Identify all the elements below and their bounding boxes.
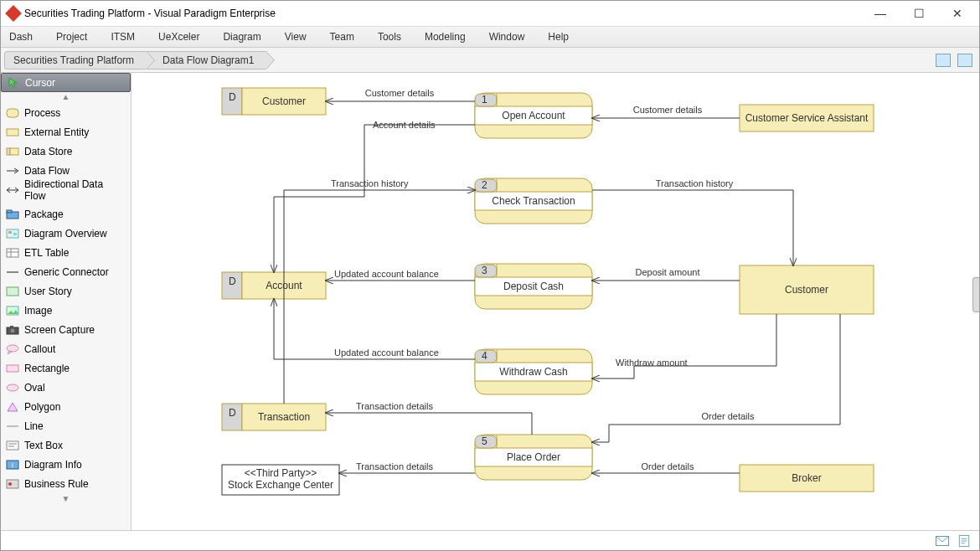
svg-text:i: i	[12, 461, 13, 469]
process-icon	[6, 107, 19, 119]
minimize-button[interactable]: —	[869, 7, 892, 20]
diagram-canvas[interactable]: D Customer D Account D Transaction	[132, 73, 979, 530]
external-broker[interactable]: Broker	[740, 465, 874, 492]
side-panel-handle[interactable]	[972, 277, 979, 312]
flow-transaction-details-1[interactable]	[326, 413, 532, 435]
collapse-up-icon[interactable]: ▲	[1, 92, 131, 104]
menu-itsm[interactable]: ITSM	[111, 31, 135, 43]
svg-rect-15	[7, 287, 18, 296]
app-icon	[5, 5, 22, 22]
svg-text:Order details: Order details	[702, 411, 755, 421]
svg-text:1: 1	[482, 94, 487, 106]
maximize-button[interactable]: ☐	[907, 7, 931, 20]
palette-bidi-data-flow[interactable]: Bidirectional Data Flow	[1, 181, 131, 200]
palette-label: Data Store	[24, 146, 72, 157]
svg-text:Withdraw amount: Withdraw amount	[616, 358, 688, 368]
toolbar-icon[interactable]	[957, 54, 972, 67]
palette-label: Screen Capture	[24, 324, 95, 336]
palette-label: Process	[24, 107, 60, 119]
svg-text:3: 3	[482, 265, 487, 276]
info-icon: i	[6, 459, 19, 471]
data-store-transaction[interactable]: D Transaction	[222, 404, 326, 430]
breadcrumb: Securities Trading Platform Data Flow Di…	[1, 48, 979, 73]
menu-team[interactable]: Team	[330, 31, 354, 43]
palette-process[interactable]: Process	[1, 104, 131, 123]
palette-callout[interactable]: Callout	[1, 340, 131, 359]
menu-view[interactable]: View	[285, 31, 307, 43]
palette-label: Package	[24, 209, 64, 220]
svg-rect-10	[13, 233, 17, 235]
process-deposit-cash[interactable]: 3 Deposit Cash	[475, 264, 592, 309]
svg-point-23	[7, 384, 18, 391]
menu-project[interactable]: Project	[56, 31, 87, 43]
palette-polygon[interactable]: Polygon	[1, 398, 131, 417]
menu-help[interactable]: Help	[548, 31, 569, 43]
process-withdraw-cash[interactable]: 4 Withdraw Cash	[475, 349, 592, 394]
menu-diagram[interactable]: Diagram	[223, 31, 260, 43]
palette-external-entity[interactable]: External Entity	[1, 123, 131, 142]
breadcrumb-item[interactable]: Securities Trading Platform	[4, 51, 147, 70]
menu-uexceler[interactable]: UeXceler	[158, 31, 199, 43]
palette-diagram-info[interactable]: i Diagram Info	[1, 456, 131, 475]
svg-text:Transaction: Transaction	[258, 411, 310, 423]
palette-etl-table[interactable]: ETL Table	[1, 244, 131, 263]
flow-account-details[interactable]	[274, 125, 475, 272]
process-open-account[interactable]: 1 Open Account	[475, 93, 592, 138]
mail-icon[interactable]	[936, 535, 949, 547]
flow-transaction-history-2[interactable]	[592, 190, 793, 265]
palette-label: External Entity	[24, 126, 89, 138]
svg-text:Account details: Account details	[373, 120, 436, 130]
breadcrumb-item[interactable]: Data Flow Diagram1	[147, 51, 266, 70]
palette-business-rule[interactable]: Business Rule	[1, 475, 131, 494]
data-store-customer[interactable]: D Customer	[222, 88, 326, 115]
palette-label: Data Flow	[24, 165, 70, 177]
external-customer[interactable]: Customer	[740, 265, 874, 314]
menu-modeling[interactable]: Modeling	[425, 31, 466, 43]
third-party-stock-exchange[interactable]: <<Third Party>> Stock Exchange Center	[222, 465, 339, 495]
svg-rect-11	[7, 249, 18, 257]
palette-user-story[interactable]: User Story	[1, 282, 131, 301]
palette-rectangle[interactable]: Rectangle	[1, 359, 131, 378]
palette-text-box[interactable]: Text Box	[1, 436, 131, 456]
svg-text:Check Transaction: Check Transaction	[492, 195, 575, 207]
palette-label: Callout	[24, 343, 55, 355]
palette-image[interactable]: Image	[1, 301, 131, 321]
menu-bar: Dash Project ITSM UeXceler Diagram View …	[1, 26, 979, 48]
process-place-order[interactable]: 5 Place Order	[475, 435, 592, 480]
external-customer-service-assistant[interactable]: Customer Service Assistant	[740, 105, 874, 131]
svg-text:Customer details: Customer details	[633, 105, 703, 115]
palette-data-store[interactable]: Data Store	[1, 142, 131, 162]
svg-text:Open Account: Open Account	[502, 110, 565, 121]
data-store-account[interactable]: D Account	[222, 272, 326, 299]
palette-line[interactable]: Line	[1, 417, 131, 436]
tool-palette: Cursor ▲ Process External Entity Data St…	[1, 73, 132, 530]
menu-window[interactable]: Window	[489, 31, 525, 43]
menu-tools[interactable]: Tools	[378, 31, 401, 43]
svg-text:D: D	[229, 276, 236, 287]
process-check-transaction[interactable]: 2 Check Transaction	[475, 178, 592, 224]
textbox-icon	[6, 440, 19, 451]
collapse-down-icon[interactable]: ▼	[1, 494, 131, 506]
svg-text:Customer details: Customer details	[365, 88, 435, 98]
svg-text:Transaction history: Transaction history	[656, 178, 734, 188]
external-entity-icon	[6, 126, 19, 138]
menu-dash[interactable]: Dash	[9, 31, 33, 43]
svg-text:Customer Service Assistant: Customer Service Assistant	[745, 112, 869, 124]
svg-text:Transaction history: Transaction history	[331, 178, 409, 188]
etl-icon	[6, 247, 19, 259]
data-store-icon	[6, 146, 19, 157]
palette-generic-connector[interactable]: Generic Connector	[1, 263, 131, 282]
doc-icon[interactable]	[957, 535, 971, 547]
palette-cursor[interactable]: Cursor	[1, 73, 131, 92]
palette-screen-capture[interactable]: Screen Capture	[1, 321, 131, 340]
svg-point-21	[7, 345, 18, 352]
flow-withdraw-amount[interactable]	[592, 314, 776, 378]
toolbar-icon[interactable]	[936, 54, 951, 67]
palette-package[interactable]: Package	[1, 205, 131, 224]
svg-point-20	[11, 329, 15, 333]
palette-oval[interactable]: Oval	[1, 378, 131, 398]
svg-text:Place Order: Place Order	[507, 451, 560, 463]
palette-diagram-overview[interactable]: Diagram Overview	[1, 224, 131, 244]
close-button[interactable]: ✕	[946, 7, 969, 20]
svg-rect-22	[7, 365, 18, 372]
